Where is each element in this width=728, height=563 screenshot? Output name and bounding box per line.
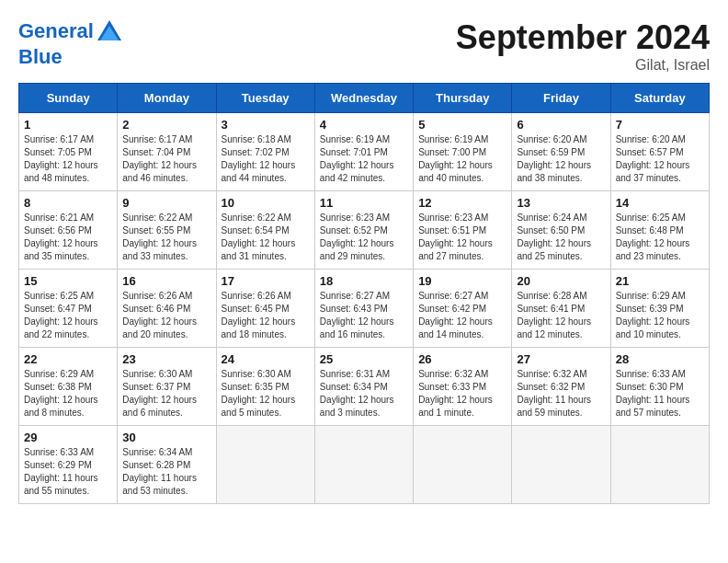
day-info: Sunrise: 6:19 AM Sunset: 7:01 PM Dayligh… [320, 133, 408, 185]
day-info: Sunrise: 6:30 AM Sunset: 6:35 PM Dayligh… [222, 368, 310, 419]
calendar-cell: 10Sunrise: 6:22 AM Sunset: 6:54 PM Dayli… [216, 191, 314, 270]
calendar-cell: 28Sunrise: 6:33 AM Sunset: 6:30 PM Dayli… [610, 348, 709, 426]
calendar-cell: 23Sunrise: 6:30 AM Sunset: 6:37 PM Dayli… [118, 348, 216, 426]
day-info: Sunrise: 6:22 AM Sunset: 6:55 PM Dayligh… [122, 212, 210, 263]
day-info: Sunrise: 6:26 AM Sunset: 6:45 PM Dayligh… [222, 290, 310, 341]
calendar-cell: 26Sunrise: 6:32 AM Sunset: 6:33 PM Dayli… [414, 348, 512, 426]
day-number: 30 [122, 431, 210, 444]
day-number: 16 [122, 274, 210, 288]
calendar-week-row: 29Sunrise: 6:33 AM Sunset: 6:29 PM Dayli… [19, 426, 710, 504]
day-number: 28 [616, 352, 704, 366]
day-number: 3 [222, 118, 310, 132]
calendar-cell: 15Sunrise: 6:25 AM Sunset: 6:47 PM Dayli… [19, 270, 118, 348]
calendar-cell [610, 426, 709, 504]
calendar-cell: 30Sunrise: 6:34 AM Sunset: 6:28 PM Dayli… [118, 426, 216, 504]
logo-text: General Blue [18, 18, 123, 68]
day-number: 2 [122, 118, 210, 132]
calendar-cell: 5Sunrise: 6:19 AM Sunset: 7:00 PM Daylig… [414, 113, 512, 191]
col-header-tuesday: Tuesday [216, 84, 314, 113]
logo-icon [96, 18, 123, 46]
day-info: Sunrise: 6:21 AM Sunset: 6:56 PM Dayligh… [24, 212, 112, 263]
calendar-cell: 6Sunrise: 6:20 AM Sunset: 6:59 PM Daylig… [512, 113, 610, 191]
day-number: 27 [517, 352, 605, 366]
calendar-cell: 17Sunrise: 6:26 AM Sunset: 6:45 PM Dayli… [216, 270, 314, 348]
day-info: Sunrise: 6:20 AM Sunset: 6:59 PM Dayligh… [517, 133, 605, 185]
day-number: 25 [320, 352, 408, 366]
day-number: 9 [122, 196, 210, 210]
day-info: Sunrise: 6:19 AM Sunset: 7:00 PM Dayligh… [418, 133, 506, 185]
col-header-wednesday: Wednesday [314, 84, 413, 113]
day-info: Sunrise: 6:31 AM Sunset: 6:34 PM Dayligh… [320, 368, 408, 419]
calendar-cell: 19Sunrise: 6:27 AM Sunset: 6:42 PM Dayli… [414, 270, 512, 348]
calendar-cell: 21Sunrise: 6:29 AM Sunset: 6:39 PM Dayli… [610, 270, 709, 348]
day-number: 18 [320, 274, 408, 288]
day-info: Sunrise: 6:25 AM Sunset: 6:47 PM Dayligh… [24, 290, 112, 341]
calendar-cell [414, 426, 512, 504]
day-info: Sunrise: 6:34 AM Sunset: 6:28 PM Dayligh… [122, 446, 210, 498]
day-number: 10 [222, 196, 310, 210]
day-number: 20 [517, 274, 605, 288]
title-block: September 2024 Gilat, Israel [456, 18, 710, 74]
col-header-saturday: Saturday [610, 84, 709, 113]
location: Gilat, Israel [456, 57, 710, 74]
day-info: Sunrise: 6:17 AM Sunset: 7:05 PM Dayligh… [24, 133, 112, 185]
calendar-cell: 9Sunrise: 6:22 AM Sunset: 6:55 PM Daylig… [118, 191, 216, 270]
calendar-cell [216, 426, 314, 504]
calendar-header-row: SundayMondayTuesdayWednesdayThursdayFrid… [19, 84, 710, 113]
calendar-cell: 16Sunrise: 6:26 AM Sunset: 6:46 PM Dayli… [118, 270, 216, 348]
day-info: Sunrise: 6:25 AM Sunset: 6:48 PM Dayligh… [616, 212, 704, 263]
calendar-cell: 25Sunrise: 6:31 AM Sunset: 6:34 PM Dayli… [314, 348, 413, 426]
day-info: Sunrise: 6:23 AM Sunset: 6:51 PM Dayligh… [418, 212, 506, 263]
day-number: 1 [24, 118, 112, 132]
calendar-cell: 8Sunrise: 6:21 AM Sunset: 6:56 PM Daylig… [19, 191, 118, 270]
col-header-sunday: Sunday [19, 84, 118, 113]
calendar-week-row: 22Sunrise: 6:29 AM Sunset: 6:38 PM Dayli… [19, 348, 710, 426]
calendar-cell: 29Sunrise: 6:33 AM Sunset: 6:29 PM Dayli… [19, 426, 118, 504]
day-number: 14 [616, 196, 704, 210]
calendar-cell [314, 426, 413, 504]
calendar-cell: 18Sunrise: 6:27 AM Sunset: 6:43 PM Dayli… [314, 270, 413, 348]
day-info: Sunrise: 6:18 AM Sunset: 7:02 PM Dayligh… [222, 133, 310, 185]
day-info: Sunrise: 6:29 AM Sunset: 6:38 PM Dayligh… [24, 368, 112, 419]
day-number: 21 [616, 274, 704, 288]
calendar-week-row: 15Sunrise: 6:25 AM Sunset: 6:47 PM Dayli… [19, 270, 710, 348]
calendar-cell: 2Sunrise: 6:17 AM Sunset: 7:04 PM Daylig… [118, 113, 216, 191]
day-number: 17 [222, 274, 310, 288]
day-info: Sunrise: 6:27 AM Sunset: 6:43 PM Dayligh… [320, 290, 408, 341]
day-number: 13 [517, 196, 605, 210]
calendar-cell: 13Sunrise: 6:24 AM Sunset: 6:50 PM Dayli… [512, 191, 610, 270]
page-header: General Blue September 2024 Gilat, Israe… [18, 18, 710, 74]
day-info: Sunrise: 6:30 AM Sunset: 6:37 PM Dayligh… [122, 368, 210, 419]
col-header-friday: Friday [512, 84, 610, 113]
day-info: Sunrise: 6:29 AM Sunset: 6:39 PM Dayligh… [616, 290, 704, 341]
day-number: 24 [222, 352, 310, 366]
day-info: Sunrise: 6:17 AM Sunset: 7:04 PM Dayligh… [122, 133, 210, 185]
day-info: Sunrise: 6:33 AM Sunset: 6:29 PM Dayligh… [24, 446, 112, 498]
calendar-cell: 7Sunrise: 6:20 AM Sunset: 6:57 PM Daylig… [610, 113, 709, 191]
day-number: 23 [122, 352, 210, 366]
day-number: 12 [418, 196, 506, 210]
day-info: Sunrise: 6:32 AM Sunset: 6:32 PM Dayligh… [517, 368, 605, 419]
day-number: 22 [24, 352, 112, 366]
calendar-cell: 22Sunrise: 6:29 AM Sunset: 6:38 PM Dayli… [19, 348, 118, 426]
day-number: 6 [517, 118, 605, 132]
day-number: 15 [24, 274, 112, 288]
day-number: 19 [418, 274, 506, 288]
calendar-cell: 4Sunrise: 6:19 AM Sunset: 7:01 PM Daylig… [314, 113, 413, 191]
calendar-cell: 11Sunrise: 6:23 AM Sunset: 6:52 PM Dayli… [314, 191, 413, 270]
day-number: 7 [616, 118, 704, 132]
day-number: 5 [418, 118, 506, 132]
calendar-cell: 14Sunrise: 6:25 AM Sunset: 6:48 PM Dayli… [610, 191, 709, 270]
calendar-cell: 1Sunrise: 6:17 AM Sunset: 7:05 PM Daylig… [19, 113, 118, 191]
calendar-cell: 20Sunrise: 6:28 AM Sunset: 6:41 PM Dayli… [512, 270, 610, 348]
day-number: 8 [24, 196, 112, 210]
month-title: September 2024 [456, 18, 710, 57]
calendar-week-row: 8Sunrise: 6:21 AM Sunset: 6:56 PM Daylig… [19, 191, 710, 270]
calendar-cell: 24Sunrise: 6:30 AM Sunset: 6:35 PM Dayli… [216, 348, 314, 426]
day-info: Sunrise: 6:33 AM Sunset: 6:30 PM Dayligh… [616, 368, 704, 419]
calendar-cell [512, 426, 610, 504]
day-info: Sunrise: 6:24 AM Sunset: 6:50 PM Dayligh… [517, 212, 605, 263]
day-number: 4 [320, 118, 408, 132]
logo: General Blue [18, 18, 123, 68]
col-header-monday: Monday [118, 84, 216, 113]
